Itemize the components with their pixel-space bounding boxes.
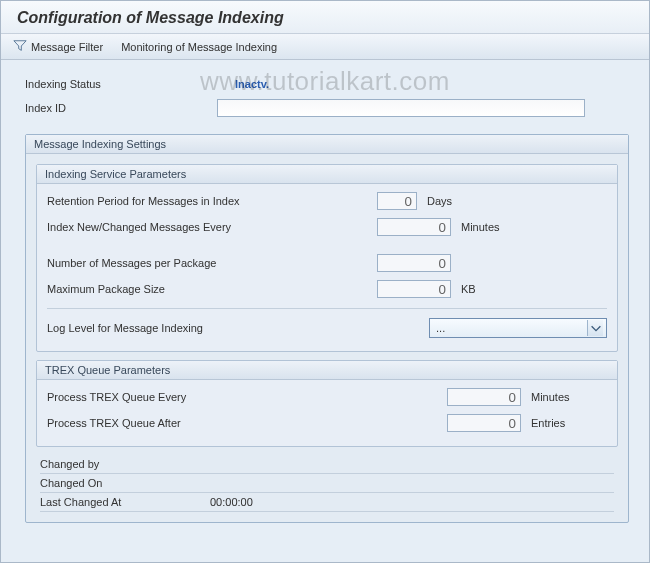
trex-params-group: TREX Queue Parameters Process TREX Queue…	[36, 360, 618, 447]
last-changed-label: Last Changed At	[40, 496, 210, 508]
trex-every-unit: Minutes	[531, 391, 570, 403]
retention-label: Retention Period for Messages in Index	[47, 195, 377, 207]
retention-unit: Days	[427, 195, 452, 207]
max-pkg-label: Maximum Package Size	[47, 283, 377, 295]
page-title: Configuration of Message Indexing	[17, 9, 633, 27]
changed-by-label: Changed by	[40, 458, 210, 470]
service-params-title: Indexing Service Parameters	[37, 165, 617, 184]
monitoring-label: Monitoring of Message Indexing	[121, 41, 277, 53]
service-params-group: Indexing Service Parameters Retention Pe…	[36, 164, 618, 352]
max-pkg-input[interactable]	[377, 280, 451, 298]
trex-after-label: Process TREX Queue After	[47, 417, 447, 429]
changed-on-label: Changed On	[40, 477, 210, 489]
last-changed-value: 00:00:00	[210, 496, 253, 508]
message-filter-button[interactable]: Message Filter	[13, 39, 103, 55]
index-every-label: Index New/Changed Messages Every	[47, 221, 377, 233]
trex-after-input[interactable]	[447, 414, 521, 432]
indexing-status-value: Inactv.	[235, 78, 269, 90]
trex-every-input[interactable]	[447, 388, 521, 406]
indexing-status-row: Indexing Status Inactv.	[25, 74, 629, 94]
monitoring-button[interactable]: Monitoring of Message Indexing	[121, 41, 277, 53]
toolbar: Message Filter Monitoring of Message Ind…	[1, 34, 649, 60]
settings-group: Message Indexing Settings Indexing Servi…	[25, 134, 629, 523]
index-id-row: Index ID	[25, 98, 629, 118]
trex-every-label: Process TREX Queue Every	[47, 391, 447, 403]
index-every-input[interactable]	[377, 218, 451, 236]
log-level-value: ...	[436, 322, 445, 334]
chevron-down-icon	[587, 320, 603, 336]
trex-params-title: TREX Queue Parameters	[37, 361, 617, 380]
audit-rows: Changed by Changed On Last Changed At 00…	[40, 455, 614, 512]
log-level-label: Log Level for Message Indexing	[47, 322, 429, 334]
max-pkg-unit: KB	[461, 283, 476, 295]
trex-after-unit: Entries	[531, 417, 565, 429]
index-every-unit: Minutes	[461, 221, 500, 233]
retention-input[interactable]	[377, 192, 417, 210]
msgs-per-pkg-label: Number of Messages per Package	[47, 257, 377, 269]
message-filter-label: Message Filter	[31, 41, 103, 53]
content-area: Indexing Status Inactv. Index ID Message…	[1, 60, 649, 531]
index-id-input[interactable]	[217, 99, 585, 117]
log-level-select[interactable]: ...	[429, 318, 607, 338]
filter-icon	[13, 39, 27, 55]
indexing-status-label: Indexing Status	[25, 78, 235, 90]
app-window: Configuration of Message Indexing Messag…	[0, 0, 650, 563]
title-bar: Configuration of Message Indexing	[1, 1, 649, 34]
settings-group-title: Message Indexing Settings	[26, 135, 628, 154]
index-id-label: Index ID	[25, 102, 217, 114]
msgs-per-pkg-input[interactable]	[377, 254, 451, 272]
